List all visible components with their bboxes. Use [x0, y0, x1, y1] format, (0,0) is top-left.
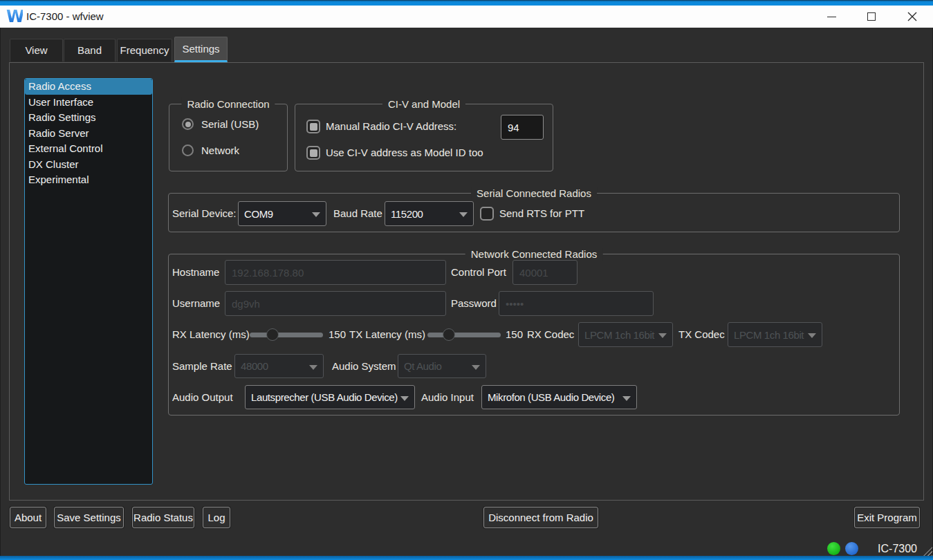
- tx-codec-value: LPCM 1ch 16bit: [734, 323, 808, 346]
- rx-latency-label: RX Latency (ms): [172, 328, 250, 340]
- baud-rate-combo[interactable]: 115200: [385, 201, 474, 226]
- manual-civ-checkbox[interactable]: [306, 120, 320, 133]
- save-settings-button[interactable]: Save Settings: [54, 507, 124, 528]
- titlebar[interactable]: W IC-7300 - wfview: [0, 6, 933, 28]
- sidebar-item-user-interface[interactable]: User Interface: [25, 95, 152, 111]
- model-id-checkbox[interactable]: [306, 146, 320, 160]
- audio-system-value: Qt Audio: [404, 355, 472, 377]
- audio-system-label: Audio System: [332, 360, 396, 372]
- radio-connection-group-title: Radio Connection: [181, 97, 275, 111]
- civ-model-group: CI-V and Model Manual Radio CI-V Address…: [295, 104, 553, 171]
- network-radio-label[interactable]: Network: [201, 144, 239, 156]
- close-button[interactable]: [896, 6, 928, 28]
- civ-model-group-title: CI-V and Model: [382, 97, 465, 111]
- dropdown-arrow-icon: [400, 396, 409, 401]
- tab-settings[interactable]: Settings: [174, 37, 228, 62]
- app-window: W IC-7300 - wfview View Band Frequency S…: [0, 0, 933, 560]
- tx-codec-combo: LPCM 1ch 16bit: [728, 322, 822, 347]
- tab-band[interactable]: Band: [64, 39, 116, 62]
- about-button[interactable]: About: [10, 507, 46, 528]
- serial-device-label: Serial Device:: [172, 207, 237, 219]
- rx-latency-slider-handle[interactable]: [266, 328, 279, 341]
- tx-codec-label: TX Codec: [678, 328, 725, 340]
- password-input: [499, 291, 654, 316]
- sidebar-item-external-control[interactable]: External Control: [25, 141, 152, 157]
- tx-latency-value: 150: [506, 328, 523, 340]
- send-rts-checkbox[interactable]: [480, 207, 494, 221]
- audio-system-combo: Qt Audio: [398, 354, 486, 378]
- minimize-button[interactable]: [815, 6, 847, 28]
- password-label: Password: [451, 297, 497, 309]
- sidebar-item-radio-settings[interactable]: Radio Settings: [25, 110, 152, 126]
- control-port-input: [512, 260, 578, 285]
- audio-input-combo[interactable]: Mikrofon (USB Audio Device): [481, 385, 637, 409]
- send-rts-label[interactable]: Send RTS for PTT: [499, 207, 584, 219]
- dropdown-arrow-icon: [622, 396, 631, 401]
- username-label: Username: [172, 297, 220, 309]
- hostname-input: [225, 260, 446, 285]
- window-top-accent: [0, 0, 933, 6]
- baud-rate-label: Baud Rate: [333, 207, 382, 219]
- sidebar-item-radio-access[interactable]: Radio Access: [25, 79, 152, 95]
- tx-latency-slider-handle[interactable]: [443, 328, 455, 341]
- control-port-label: Control Port: [451, 266, 506, 278]
- rx-latency-slider-track: [250, 333, 323, 337]
- manual-civ-label[interactable]: Manual Radio CI-V Address:: [326, 120, 456, 132]
- tab-view[interactable]: View: [10, 39, 63, 62]
- serial-radios-group: Serial Connected Radios Serial Device: C…: [168, 193, 900, 232]
- wfview-logo-icon: W: [6, 8, 23, 26]
- audio-output-value: Lautsprecher (USB Audio Device): [251, 386, 400, 409]
- username-input: [225, 291, 446, 316]
- window-bottom-accent: [0, 556, 933, 560]
- window-border-left: [0, 28, 1, 556]
- tab-frequency[interactable]: Frequency: [117, 39, 172, 62]
- sample-rate-value: 48000: [241, 355, 309, 377]
- radio-connection-group: Radio Connection Serial (USB) Network: [169, 104, 288, 171]
- hostname-label: Hostname: [172, 266, 219, 278]
- audio-input-label: Audio Input: [421, 391, 474, 403]
- sample-rate-label: Sample Rate: [172, 360, 232, 372]
- minimize-icon: [827, 17, 836, 17]
- log-button[interactable]: Log: [203, 507, 230, 528]
- disconnect-button[interactable]: Disconnect from Radio: [483, 507, 598, 528]
- dropdown-arrow-icon: [658, 333, 667, 338]
- rx-codec-label: RX Codec: [527, 328, 574, 340]
- maximize-button[interactable]: [856, 6, 887, 28]
- audio-output-label: Audio Output: [172, 391, 233, 403]
- serial-usb-radio-label[interactable]: Serial (USB): [201, 118, 259, 130]
- serial-usb-radio[interactable]: [182, 118, 194, 130]
- serial-radios-group-title: Serial Connected Radios: [471, 187, 597, 200]
- close-icon: [907, 12, 917, 21]
- sample-rate-combo: 48000: [234, 354, 324, 378]
- rx-latency-value: 150: [329, 328, 346, 340]
- exit-program-button[interactable]: Exit Program: [854, 507, 920, 528]
- network-radios-group-title: Network Connected Radios: [465, 248, 603, 261]
- tx-latency-slider-track: [427, 333, 501, 337]
- settings-category-list[interactable]: Radio Access User Interface Radio Settin…: [24, 78, 153, 485]
- model-id-label[interactable]: Use CI-V address as Model ID too: [326, 147, 483, 158]
- window-title: IC-7300 - wfview: [26, 6, 104, 28]
- network-radios-group: Network Connected Radios Hostname Contro…: [168, 254, 900, 416]
- rx-codec-value: LPCM 1ch 16bit: [584, 323, 658, 346]
- civ-address-input[interactable]: [501, 115, 544, 140]
- serial-device-value: COM9: [244, 202, 312, 225]
- sidebar-item-dx-cluster[interactable]: DX Cluster: [25, 157, 152, 173]
- rx-codec-combo: LPCM 1ch 16bit: [578, 322, 673, 347]
- dropdown-arrow-icon: [472, 365, 480, 370]
- sidebar-item-radio-server[interactable]: Radio Server: [25, 126, 152, 142]
- audio-input-value: Mikrofon (USB Audio Device): [488, 386, 622, 409]
- maximize-icon: [867, 12, 876, 21]
- dropdown-arrow-icon: [459, 212, 468, 217]
- statusbar-radio-name: IC-7300: [830, 542, 917, 555]
- dropdown-arrow-icon: [312, 212, 320, 217]
- settings-pane: Radio Access User Interface Radio Settin…: [9, 62, 924, 501]
- dropdown-arrow-icon: [808, 333, 816, 338]
- rx-latency-slider[interactable]: [250, 328, 323, 341]
- radio-status-button[interactable]: Radio Status: [132, 507, 194, 528]
- sidebar-item-experimental[interactable]: Experimental: [25, 172, 152, 188]
- network-radio[interactable]: [182, 144, 194, 156]
- audio-output-combo[interactable]: Lautsprecher (USB Audio Device): [245, 385, 415, 409]
- serial-device-combo[interactable]: COM9: [238, 201, 326, 226]
- tx-latency-slider[interactable]: [427, 328, 501, 341]
- baud-rate-value: 115200: [391, 202, 459, 225]
